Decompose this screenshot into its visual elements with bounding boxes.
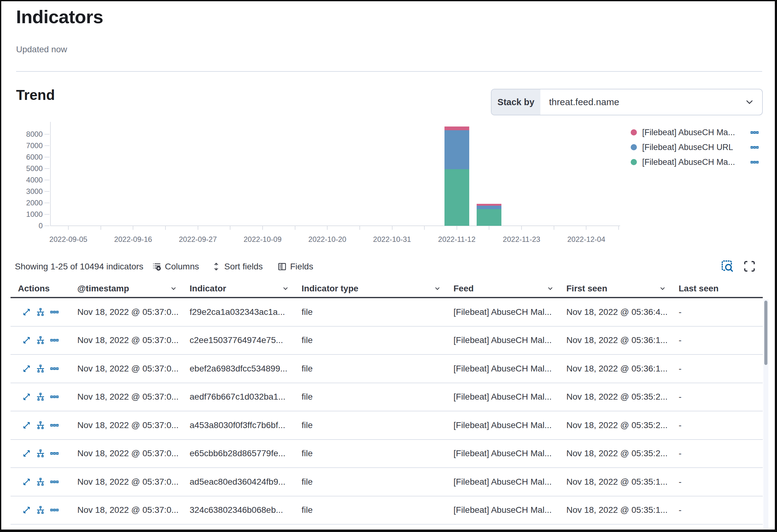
chevron-down-icon[interactable] xyxy=(434,285,441,292)
feed-cell[interactable]: [Filebeat] AbuseCH Mal... xyxy=(449,355,562,383)
timestamp-cell[interactable]: Nov 18, 2022 @ 05:37:0... xyxy=(73,383,185,412)
more-actions-icon[interactable] xyxy=(50,477,59,486)
last-seen-cell[interactable]: - xyxy=(674,468,763,497)
last-seen-cell[interactable]: - xyxy=(674,383,763,412)
last-seen-cell[interactable]: - xyxy=(674,440,763,468)
indicator-type-cell[interactable]: file xyxy=(297,497,449,525)
expand-icon[interactable] xyxy=(22,336,31,344)
more-actions-icon[interactable] xyxy=(50,421,59,430)
indicator-cell[interactable]: f29e2ca1a032343ac1a... xyxy=(185,298,297,327)
indicator-type-cell[interactable]: file xyxy=(297,411,449,440)
investigate-timeline-icon[interactable] xyxy=(36,336,45,344)
feed-cell[interactable]: [Filebeat] AbuseCH Mal... xyxy=(449,298,562,327)
last-seen-cell[interactable]: - xyxy=(674,497,763,525)
investigate-timeline-icon[interactable] xyxy=(36,308,45,316)
more-actions-icon[interactable] xyxy=(50,393,59,401)
indicator-cell[interactable]: 324c63802346b068eb... xyxy=(185,497,297,525)
first-seen-cell[interactable]: Nov 18, 2022 @ 05:36:4... xyxy=(562,298,674,327)
indicator-cell[interactable]: ad5eac80ed360424fb9... xyxy=(185,468,297,497)
timestamp-cell[interactable]: Nov 18, 2022 @ 05:37:0... xyxy=(73,355,185,383)
inspect-button[interactable] xyxy=(720,259,734,273)
stack-by-select[interactable]: Stack by threat.feed.name xyxy=(491,89,763,115)
column-header-indicator-type[interactable]: Indicator type xyxy=(297,280,449,297)
column-header-first-seen[interactable]: First seen xyxy=(562,280,674,297)
timestamp-cell[interactable]: Nov 18, 2022 @ 05:37:0... xyxy=(73,327,185,355)
more-actions-icon[interactable] xyxy=(50,308,59,316)
first-seen-cell[interactable]: Nov 18, 2022 @ 05:35:2... xyxy=(562,440,674,468)
chevron-down-icon[interactable] xyxy=(547,285,554,292)
timestamp-cell[interactable]: Nov 18, 2022 @ 05:37:0... xyxy=(73,411,185,440)
indicator-type-cell[interactable]: file xyxy=(297,298,449,327)
chevron-down-icon[interactable] xyxy=(659,285,666,292)
legend-more-actions-icon[interactable] xyxy=(750,128,759,137)
timestamp-cell[interactable]: Nov 18, 2022 @ 05:37:0... xyxy=(73,298,185,327)
feed-cell[interactable]: [Filebeat] AbuseCH Mal... xyxy=(449,468,562,497)
indicator-cell[interactable]: ebef2a6983dfcc534899... xyxy=(185,355,297,383)
indicator-cell[interactable]: c2ee15037764974e75... xyxy=(185,327,297,355)
chevron-down-icon[interactable] xyxy=(170,285,177,292)
first-seen-cell[interactable]: Nov 18, 2022 @ 05:35:1... xyxy=(562,468,674,497)
legend-item[interactable]: [Filebeat] AbuseCH URL xyxy=(631,140,759,154)
feed-cell[interactable]: [Filebeat] AbuseCH Mal... xyxy=(449,497,562,525)
stacked-bar[interactable] xyxy=(444,126,469,226)
indicator-cell[interactable]: e65cbb6b28d865779fe... xyxy=(185,440,297,468)
investigate-timeline-icon[interactable] xyxy=(36,477,45,486)
expand-icon[interactable] xyxy=(22,506,31,514)
more-actions-icon[interactable] xyxy=(50,506,59,514)
column-header-feed[interactable]: Feed xyxy=(449,280,562,297)
first-seen-cell[interactable]: Nov 18, 2022 @ 05:35:2... xyxy=(562,411,674,440)
sort-fields-button[interactable]: Sort fields xyxy=(212,260,263,274)
indicator-type-cell[interactable]: file xyxy=(297,383,449,412)
feed-cell[interactable]: [Filebeat] AbuseCH Mal... xyxy=(449,383,562,412)
expand-icon[interactable] xyxy=(22,364,31,373)
fullscreen-button[interactable] xyxy=(743,260,756,273)
indicator-type-cell[interactable]: file xyxy=(297,327,449,355)
expand-icon[interactable] xyxy=(22,477,31,486)
expand-icon[interactable] xyxy=(22,421,31,430)
first-seen-cell[interactable]: Nov 18, 2022 @ 05:35:2... xyxy=(562,383,674,412)
column-header--timestamp[interactable]: @timestamp xyxy=(73,280,185,297)
feed-cell[interactable]: [Filebeat] AbuseCH Mal... xyxy=(449,327,562,355)
last-seen-cell[interactable]: - xyxy=(674,411,763,440)
legend-item[interactable]: [Filebeat] AbuseCH Ma... xyxy=(631,154,759,170)
investigate-timeline-icon[interactable] xyxy=(36,449,45,458)
last-seen-cell[interactable]: - xyxy=(674,355,763,383)
indicator-cell[interactable]: aedf76b667c1d032ba1... xyxy=(185,383,297,412)
indicator-type-cell[interactable]: file xyxy=(297,468,449,497)
bar-segment[interactable] xyxy=(444,126,469,130)
last-seen-cell[interactable]: - xyxy=(674,298,763,327)
bar-segment[interactable] xyxy=(477,209,502,226)
indicator-type-cell[interactable]: file xyxy=(297,355,449,383)
column-header-indicator[interactable]: Indicator xyxy=(185,280,297,297)
stacked-bar[interactable] xyxy=(477,204,502,226)
feed-cell[interactable]: [Filebeat] AbuseCH Mal... xyxy=(449,440,562,468)
legend-more-actions-icon[interactable] xyxy=(750,158,759,167)
investigate-timeline-icon[interactable] xyxy=(36,393,45,401)
bar-segment[interactable] xyxy=(477,206,502,209)
indicator-type-cell[interactable]: file xyxy=(297,440,449,468)
legend-item[interactable]: [Filebeat] AbuseCH Ma... xyxy=(631,125,759,140)
last-seen-cell[interactable]: - xyxy=(674,327,763,355)
table-scrollbar-thumb[interactable] xyxy=(764,301,767,365)
expand-icon[interactable] xyxy=(22,308,31,316)
legend-more-actions-icon[interactable] xyxy=(750,143,759,151)
investigate-timeline-icon[interactable] xyxy=(36,364,45,373)
stack-by-value[interactable]: threat.feed.name xyxy=(540,89,744,115)
indicator-cell[interactable]: a453a8030f0f3ffc7b6bf... xyxy=(185,411,297,440)
expand-icon[interactable] xyxy=(22,449,31,458)
feed-cell[interactable]: [Filebeat] AbuseCH Mal... xyxy=(449,411,562,440)
bar-segment[interactable] xyxy=(444,169,469,226)
chevron-down-icon[interactable] xyxy=(744,97,755,107)
columns-button[interactable]: Columns xyxy=(152,260,199,274)
first-seen-cell[interactable]: Nov 18, 2022 @ 05:36:1... xyxy=(562,355,674,383)
expand-icon[interactable] xyxy=(22,393,31,401)
first-seen-cell[interactable]: Nov 18, 2022 @ 05:35:1... xyxy=(562,497,674,525)
timestamp-cell[interactable]: Nov 18, 2022 @ 05:37:0... xyxy=(73,497,185,525)
fields-button[interactable]: Fields xyxy=(278,260,313,274)
timestamp-cell[interactable]: Nov 18, 2022 @ 05:37:0... xyxy=(73,440,185,468)
bar-segment[interactable] xyxy=(444,130,469,169)
chevron-down-icon[interactable] xyxy=(282,285,289,292)
first-seen-cell[interactable]: Nov 18, 2022 @ 05:36:1... xyxy=(562,327,674,355)
more-actions-icon[interactable] xyxy=(50,364,59,373)
more-actions-icon[interactable] xyxy=(50,449,59,458)
